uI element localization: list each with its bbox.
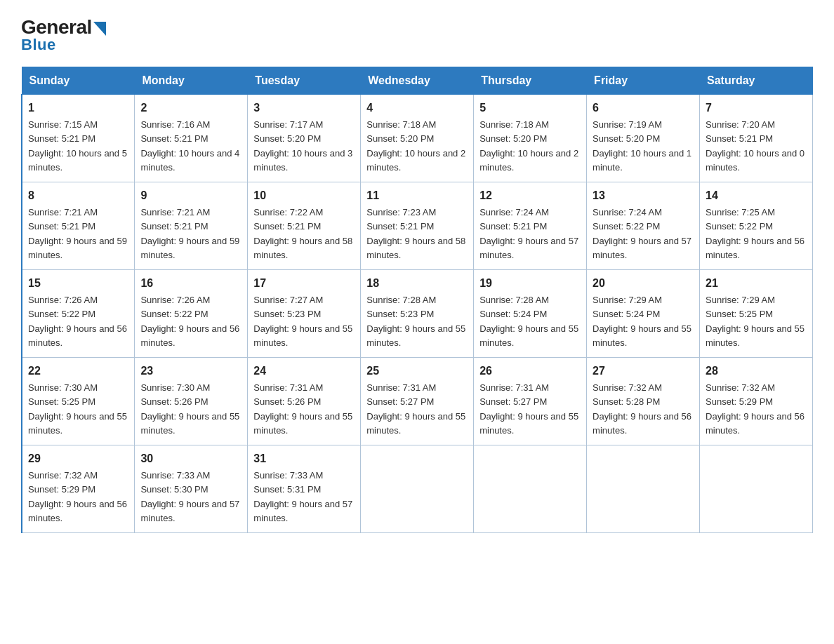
header-friday: Friday xyxy=(587,67,700,95)
calendar-cell: 20 Sunrise: 7:29 AMSunset: 5:24 PMDaylig… xyxy=(587,270,700,358)
calendar-cell: 6 Sunrise: 7:19 AMSunset: 5:20 PMDayligh… xyxy=(587,95,700,182)
calendar-week-row: 8 Sunrise: 7:21 AMSunset: 5:21 PMDayligh… xyxy=(22,182,813,270)
day-number: 10 xyxy=(253,187,355,204)
day-info: Sunrise: 7:20 AMSunset: 5:21 PMDaylight:… xyxy=(706,119,805,173)
calendar-cell: 17 Sunrise: 7:27 AMSunset: 5:23 PMDaylig… xyxy=(248,270,361,358)
calendar-cell xyxy=(361,445,474,533)
calendar-week-row: 22 Sunrise: 7:30 AMSunset: 5:25 PMDaylig… xyxy=(22,358,813,445)
calendar-cell: 18 Sunrise: 7:28 AMSunset: 5:23 PMDaylig… xyxy=(361,270,474,358)
header-wednesday: Wednesday xyxy=(361,67,474,95)
calendar-cell xyxy=(474,445,587,533)
day-number: 21 xyxy=(706,275,807,292)
calendar-cell: 7 Sunrise: 7:20 AMSunset: 5:21 PMDayligh… xyxy=(700,95,813,182)
calendar-cell: 15 Sunrise: 7:26 AMSunset: 5:22 PMDaylig… xyxy=(22,270,135,358)
calendar-cell: 11 Sunrise: 7:23 AMSunset: 5:21 PMDaylig… xyxy=(361,182,474,270)
day-number: 28 xyxy=(706,363,807,380)
calendar-cell: 22 Sunrise: 7:30 AMSunset: 5:25 PMDaylig… xyxy=(22,358,135,445)
header-saturday: Saturday xyxy=(700,67,813,95)
day-info: Sunrise: 7:28 AMSunset: 5:24 PMDaylight:… xyxy=(479,295,578,348)
day-info: Sunrise: 7:30 AMSunset: 5:26 PMDaylight:… xyxy=(140,382,239,436)
day-info: Sunrise: 7:32 AMSunset: 5:29 PMDaylight:… xyxy=(706,382,805,436)
calendar-cell xyxy=(587,445,700,533)
day-number: 22 xyxy=(28,363,128,380)
day-info: Sunrise: 7:24 AMSunset: 5:21 PMDaylight:… xyxy=(479,207,578,260)
day-number: 9 xyxy=(140,187,241,204)
calendar-cell: 27 Sunrise: 7:32 AMSunset: 5:28 PMDaylig… xyxy=(587,358,700,445)
day-info: Sunrise: 7:16 AMSunset: 5:21 PMDaylight:… xyxy=(140,119,239,173)
calendar-cell: 26 Sunrise: 7:31 AMSunset: 5:27 PMDaylig… xyxy=(474,358,587,445)
calendar-header-row: SundayMondayTuesdayWednesdayThursdayFrid… xyxy=(22,67,813,95)
day-info: Sunrise: 7:23 AMSunset: 5:21 PMDaylight:… xyxy=(366,207,465,260)
day-number: 12 xyxy=(479,187,581,204)
calendar-cell: 29 Sunrise: 7:32 AMSunset: 5:29 PMDaylig… xyxy=(22,445,135,533)
day-number: 30 xyxy=(140,450,241,467)
day-number: 18 xyxy=(366,275,468,292)
day-number: 23 xyxy=(140,363,241,380)
day-info: Sunrise: 7:27 AMSunset: 5:23 PMDaylight:… xyxy=(253,295,352,348)
day-number: 3 xyxy=(253,100,355,116)
day-number: 1 xyxy=(28,100,128,116)
day-number: 2 xyxy=(140,100,241,116)
day-info: Sunrise: 7:21 AMSunset: 5:21 PMDaylight:… xyxy=(140,207,239,260)
day-info: Sunrise: 7:29 AMSunset: 5:24 PMDaylight:… xyxy=(593,295,691,348)
day-number: 16 xyxy=(140,275,241,292)
day-info: Sunrise: 7:33 AMSunset: 5:30 PMDaylight:… xyxy=(140,470,239,523)
calendar-week-row: 29 Sunrise: 7:32 AMSunset: 5:29 PMDaylig… xyxy=(22,445,813,533)
day-number: 4 xyxy=(366,100,468,116)
day-number: 19 xyxy=(479,275,581,292)
day-info: Sunrise: 7:24 AMSunset: 5:22 PMDaylight:… xyxy=(593,207,691,260)
logo: General Blue xyxy=(21,14,106,54)
day-info: Sunrise: 7:15 AMSunset: 5:21 PMDaylight:… xyxy=(28,119,127,173)
calendar-cell: 10 Sunrise: 7:22 AMSunset: 5:21 PMDaylig… xyxy=(248,182,361,270)
page-header: General Blue xyxy=(21,14,813,54)
day-info: Sunrise: 7:18 AMSunset: 5:20 PMDaylight:… xyxy=(479,119,578,173)
calendar-cell: 2 Sunrise: 7:16 AMSunset: 5:21 PMDayligh… xyxy=(135,95,248,182)
day-info: Sunrise: 7:32 AMSunset: 5:29 PMDaylight:… xyxy=(28,470,127,523)
day-number: 5 xyxy=(479,100,581,116)
day-number: 24 xyxy=(253,363,355,380)
day-number: 26 xyxy=(479,363,581,380)
day-number: 7 xyxy=(706,100,807,116)
day-info: Sunrise: 7:26 AMSunset: 5:22 PMDaylight:… xyxy=(28,295,127,348)
calendar-cell: 4 Sunrise: 7:18 AMSunset: 5:20 PMDayligh… xyxy=(361,95,474,182)
calendar-cell: 1 Sunrise: 7:15 AMSunset: 5:21 PMDayligh… xyxy=(22,95,135,182)
header-monday: Monday xyxy=(135,67,248,95)
calendar-cell: 9 Sunrise: 7:21 AMSunset: 5:21 PMDayligh… xyxy=(135,182,248,270)
calendar-cell: 13 Sunrise: 7:24 AMSunset: 5:22 PMDaylig… xyxy=(587,182,700,270)
day-number: 29 xyxy=(28,450,128,467)
calendar-cell: 24 Sunrise: 7:31 AMSunset: 5:26 PMDaylig… xyxy=(248,358,361,445)
calendar-cell: 3 Sunrise: 7:17 AMSunset: 5:20 PMDayligh… xyxy=(248,95,361,182)
day-info: Sunrise: 7:33 AMSunset: 5:31 PMDaylight:… xyxy=(253,470,352,523)
calendar-cell: 28 Sunrise: 7:32 AMSunset: 5:29 PMDaylig… xyxy=(700,358,813,445)
calendar-cell xyxy=(700,445,813,533)
calendar-cell: 19 Sunrise: 7:28 AMSunset: 5:24 PMDaylig… xyxy=(474,270,587,358)
day-number: 17 xyxy=(253,275,355,292)
logo-general: General xyxy=(21,18,106,37)
day-info: Sunrise: 7:22 AMSunset: 5:21 PMDaylight:… xyxy=(253,207,352,260)
day-number: 13 xyxy=(593,187,694,204)
header-sunday: Sunday xyxy=(22,67,135,95)
calendar-cell: 8 Sunrise: 7:21 AMSunset: 5:21 PMDayligh… xyxy=(22,182,135,270)
day-info: Sunrise: 7:29 AMSunset: 5:25 PMDaylight:… xyxy=(706,295,805,348)
calendar-cell: 16 Sunrise: 7:26 AMSunset: 5:22 PMDaylig… xyxy=(135,270,248,358)
day-number: 25 xyxy=(366,363,468,380)
day-info: Sunrise: 7:26 AMSunset: 5:22 PMDaylight:… xyxy=(140,295,239,348)
day-number: 14 xyxy=(706,187,807,204)
svg-marker-0 xyxy=(93,22,106,36)
day-info: Sunrise: 7:17 AMSunset: 5:20 PMDaylight:… xyxy=(253,119,352,173)
logo-blue: Blue xyxy=(21,36,56,54)
calendar-cell: 31 Sunrise: 7:33 AMSunset: 5:31 PMDaylig… xyxy=(248,445,361,533)
day-number: 11 xyxy=(366,187,468,204)
day-info: Sunrise: 7:18 AMSunset: 5:20 PMDaylight:… xyxy=(366,119,465,173)
day-number: 8 xyxy=(28,187,128,204)
header-tuesday: Tuesday xyxy=(248,67,361,95)
day-number: 20 xyxy=(593,275,694,292)
calendar-cell: 23 Sunrise: 7:30 AMSunset: 5:26 PMDaylig… xyxy=(135,358,248,445)
day-info: Sunrise: 7:31 AMSunset: 5:27 PMDaylight:… xyxy=(366,382,465,436)
calendar-cell: 30 Sunrise: 7:33 AMSunset: 5:30 PMDaylig… xyxy=(135,445,248,533)
day-info: Sunrise: 7:32 AMSunset: 5:28 PMDaylight:… xyxy=(593,382,691,436)
day-number: 27 xyxy=(593,363,694,380)
calendar-cell: 12 Sunrise: 7:24 AMSunset: 5:21 PMDaylig… xyxy=(474,182,587,270)
day-number: 15 xyxy=(28,275,128,292)
calendar-cell: 5 Sunrise: 7:18 AMSunset: 5:20 PMDayligh… xyxy=(474,95,587,182)
